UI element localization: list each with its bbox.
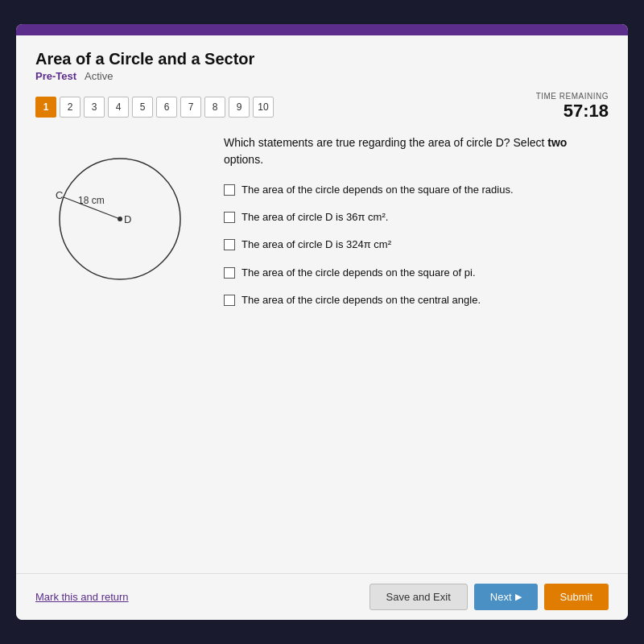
question-num-8[interactable]: 8	[204, 97, 225, 118]
svg-text:C: C	[56, 189, 63, 201]
subtitle-active: Active	[85, 70, 113, 82]
nav-row: 1 2 3 4 5 6 7 8 9 10 TIME REMAINING 57:1…	[35, 92, 609, 122]
main-screen: Area of a Circle and a Sector Pre-Test A…	[16, 24, 628, 620]
option-row-1[interactable]: The area of the circle depends on the sq…	[224, 183, 609, 197]
option-row-5[interactable]: The area of the circle depends on the ce…	[224, 293, 609, 308]
content-area: Area of a Circle and a Sector Pre-Test A…	[16, 35, 628, 573]
question-num-9[interactable]: 9	[229, 97, 250, 118]
next-button[interactable]: Next ▶	[474, 584, 538, 610]
circle-diagram: C 18 cm D	[47, 142, 192, 287]
option-checkbox-3[interactable]	[224, 239, 235, 250]
timer-label: TIME REMAINING	[536, 92, 609, 101]
next-arrow-icon: ▶	[515, 592, 522, 602]
timer-value: 57:18	[536, 101, 609, 122]
option-label-1: The area of the circle depends on the sq…	[242, 183, 514, 197]
question-text-start: Which statements are true regarding the …	[224, 136, 547, 149]
save-exit-button[interactable]: Save and Exit	[369, 584, 468, 610]
subtitle-row: Pre-Test Active	[35, 70, 609, 82]
svg-text:18 cm: 18 cm	[78, 195, 105, 206]
option-label-3: The area of circle D is 324π cm²	[242, 237, 391, 252]
option-label-5: The area of the circle depends on the ce…	[242, 293, 481, 308]
option-row-3[interactable]: The area of circle D is 324π cm²	[224, 237, 609, 252]
option-checkbox-4[interactable]	[224, 267, 235, 279]
option-checkbox-2[interactable]	[224, 212, 235, 223]
question-num-6[interactable]: 6	[156, 97, 177, 118]
question-num-5[interactable]: 5	[132, 97, 153, 118]
question-num-7[interactable]: 7	[180, 97, 201, 118]
footer-buttons: Save and Exit Next ▶ Submit	[369, 584, 609, 610]
question-num-2[interactable]: 2	[60, 97, 80, 118]
question-num-4[interactable]: 4	[108, 97, 129, 118]
question-num-10[interactable]: 10	[253, 97, 274, 118]
question-text: Which statements are true regarding the …	[224, 134, 609, 168]
question-area: C 18 cm D Which statements are true rega…	[35, 134, 609, 560]
svg-point-4	[118, 217, 122, 221]
answer-area: Which statements are true regarding the …	[224, 134, 609, 560]
diagram-area: C 18 cm D	[35, 134, 204, 560]
circle-svg: C 18 cm D	[47, 142, 192, 287]
option-label-2: The area of circle D is 36π cm².	[242, 210, 388, 225]
option-row-2[interactable]: The area of circle D is 36π cm².	[224, 210, 609, 225]
question-num-3[interactable]: 3	[84, 97, 105, 118]
option-row-4[interactable]: The area of the circle depends on the sq…	[224, 266, 609, 280]
question-num-1[interactable]: 1	[35, 97, 56, 118]
option-checkbox-5[interactable]	[224, 295, 235, 306]
option-checkbox-1[interactable]	[224, 184, 235, 196]
question-text-emphasis: two	[547, 136, 567, 149]
timer-block: TIME REMAINING 57:18	[536, 92, 609, 122]
svg-text:D: D	[124, 213, 131, 225]
footer-bar: Mark this and return Save and Exit Next …	[16, 573, 628, 620]
next-button-label: Next	[490, 591, 512, 603]
question-numbers: 1 2 3 4 5 6 7 8 9 10	[35, 97, 274, 118]
question-text-end: options.	[224, 153, 263, 166]
page-title: Area of a Circle and a Sector	[35, 50, 609, 68]
top-bar	[16, 24, 628, 35]
mark-return-link[interactable]: Mark this and return	[35, 591, 129, 603]
subtitle-pretest: Pre-Test	[35, 70, 76, 82]
option-label-4: The area of the circle depends on the sq…	[242, 266, 476, 280]
submit-button[interactable]: Submit	[544, 584, 609, 610]
